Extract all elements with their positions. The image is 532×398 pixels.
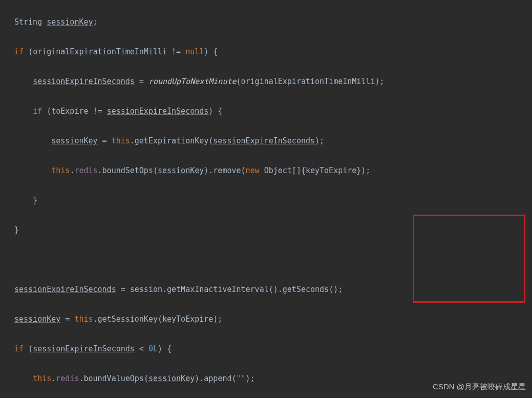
code-line: String sessionKey;	[14, 15, 532, 30]
code-line	[14, 253, 532, 267]
code-line: if (originalExpirationTimeInMilli != nul…	[14, 45, 532, 59]
code-line: }	[14, 223, 532, 238]
watermark-text: CSDN @月亮被咬碎成星星	[433, 379, 526, 394]
code-line: sessionKey = this.getExpirationKey(sessi…	[14, 134, 532, 149]
code-line: if (toExpire != sessionExpireInSeconds) …	[14, 104, 532, 119]
code-line: if (sessionExpireInSeconds < 0L) {	[14, 342, 532, 357]
code-line: this.redis.boundSetOps(sessionKey).remov…	[14, 163, 532, 178]
code-line: }	[14, 193, 532, 208]
code-line: sessionExpireInSeconds = session.getMaxI…	[14, 282, 532, 297]
code-line: sessionExpireInSeconds = roundUpToNextMi…	[14, 74, 532, 89]
code-line: sessionKey = this.getSessionKey(keyToExp…	[14, 312, 532, 327]
code-editor[interactable]: String sessionKey; if (originalExpiratio…	[14, 0, 532, 398]
